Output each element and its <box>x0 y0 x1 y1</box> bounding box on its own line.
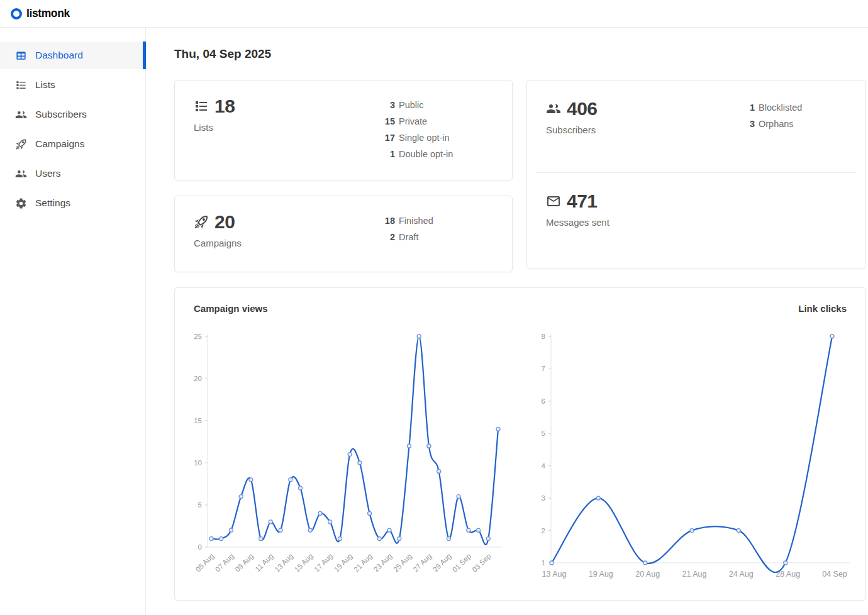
stat-row: 17Single opt-in <box>382 130 453 146</box>
users-icon <box>15 168 27 180</box>
campaign-views-chart: 051015202505 Aug07 Aug09 Aug11 Aug13 Aug… <box>187 314 526 587</box>
svg-text:11 Aug: 11 Aug <box>254 552 275 573</box>
svg-text:20 Aug: 20 Aug <box>635 570 660 579</box>
date-heading: Thu, 04 Sep 2025 <box>174 47 867 61</box>
email-icon <box>546 194 561 209</box>
link-clicks-title: Link clicks <box>798 303 847 314</box>
svg-text:3: 3 <box>542 494 545 502</box>
sidebar-item-label: Subscribers <box>35 109 87 120</box>
campaigns-icon <box>194 214 209 230</box>
sidebar-item-label: Users <box>35 168 60 179</box>
sidebar-item-dashboard[interactable]: Dashboard <box>0 42 145 69</box>
svg-text:19 Aug: 19 Aug <box>333 552 354 573</box>
svg-text:29 Aug: 29 Aug <box>431 552 453 573</box>
campaign-views-title: Campaign views <box>194 303 268 314</box>
dashboard-icon <box>15 50 27 62</box>
subscribers-messages-card: 406 Subscribers 1Blocklisted 3Orphans 47… <box>526 80 866 269</box>
sidebar-item-settings[interactable]: Settings <box>0 189 145 217</box>
settings-icon <box>15 197 27 209</box>
sidebar-item-subscribers[interactable]: Subscribers <box>0 101 145 128</box>
sidebar-item-label: Dashboard <box>35 50 83 61</box>
campaigns-label: Campaigns <box>194 238 493 248</box>
svg-text:8: 8 <box>542 333 545 340</box>
svg-text:10: 10 <box>194 459 202 467</box>
svg-text:07 Aug: 07 Aug <box>214 552 235 573</box>
subscribers-icon <box>546 101 561 116</box>
stat-row: 3Orphans <box>742 116 802 132</box>
sidebar-item-label: Settings <box>35 197 70 209</box>
sidebar-item-users[interactable]: Users <box>0 160 145 187</box>
sidebar-item-label: Campaigns <box>35 138 84 150</box>
svg-text:20: 20 <box>194 375 202 382</box>
svg-text:01 Sep: 01 Sep <box>451 552 472 573</box>
svg-text:5: 5 <box>198 501 202 509</box>
subscribers-icon <box>15 109 27 121</box>
sidebar: Dashboard Lists Subscribers Campaigns Us… <box>0 28 146 615</box>
logo-text: listmonk <box>26 7 70 20</box>
stat-row: 2Draft <box>382 229 433 245</box>
svg-text:09 Aug: 09 Aug <box>233 552 255 573</box>
stat-row: 1Blocklisted <box>742 99 802 116</box>
messages-section: 471 Messages sent <box>527 173 865 268</box>
svg-text:15: 15 <box>194 417 202 424</box>
svg-text:27 Aug: 27 Aug <box>412 552 433 573</box>
lists-breakdown: 3Public 15Private 17Single opt-in 1Doubl… <box>382 97 453 162</box>
stat-row: 3Public <box>382 97 453 113</box>
lists-icon <box>15 79 27 91</box>
svg-text:25: 25 <box>194 333 202 340</box>
campaigns-icon <box>15 138 27 150</box>
svg-text:04 Sep: 04 Sep <box>822 570 847 579</box>
campaigns-card: 20 Campaigns 18Finished 2Draft <box>174 196 513 272</box>
stat-row: 15Private <box>382 113 453 130</box>
svg-text:13 Aug: 13 Aug <box>542 570 567 579</box>
svg-text:7: 7 <box>542 365 545 372</box>
svg-text:2: 2 <box>542 527 545 535</box>
svg-text:19 Aug: 19 Aug <box>589 570 613 579</box>
messages-label: Messages sent <box>546 217 847 228</box>
svg-text:0: 0 <box>198 543 202 551</box>
sidebar-item-label: Lists <box>35 79 55 91</box>
messages-count: 471 <box>567 192 598 211</box>
sidebar-item-campaigns[interactable]: Campaigns <box>0 130 145 158</box>
stat-row: 1Double opt-in <box>382 146 453 162</box>
stats-grid: 18 Lists 3Public 15Private 17Single opt-… <box>174 80 867 272</box>
lists-count: 18 <box>214 97 235 116</box>
subscribers-section: 406 Subscribers 1Blocklisted 3Orphans <box>527 80 865 172</box>
svg-text:6: 6 <box>542 397 545 405</box>
app-header: listmonk <box>0 0 868 28</box>
svg-text:21 Aug: 21 Aug <box>352 552 374 573</box>
svg-text:17 Aug: 17 Aug <box>313 552 334 573</box>
svg-text:13 Aug: 13 Aug <box>273 552 294 573</box>
main-content: Thu, 04 Sep 2025 18 Lists 3Public 15Priv… <box>146 28 868 615</box>
svg-text:1: 1 <box>542 559 545 567</box>
svg-text:25 Aug: 25 Aug <box>392 552 413 573</box>
stat-row: 18Finished <box>382 213 433 229</box>
svg-text:03 Sep: 03 Sep <box>470 552 492 573</box>
svg-text:21 Aug: 21 Aug <box>682 570 707 579</box>
svg-text:24 Aug: 24 Aug <box>729 570 754 579</box>
campaigns-count: 20 <box>214 213 235 231</box>
svg-text:15 Aug: 15 Aug <box>293 552 314 573</box>
lists-card: 18 Lists 3Public 15Private 17Single opt-… <box>174 80 513 180</box>
svg-text:05 Aug: 05 Aug <box>194 552 216 573</box>
svg-text:4: 4 <box>542 462 546 470</box>
subscribers-count: 406 <box>567 99 598 118</box>
logo[interactable]: listmonk <box>11 7 70 20</box>
campaigns-breakdown: 18Finished 2Draft <box>382 213 433 245</box>
lists-icon <box>194 99 209 114</box>
subscribers-breakdown: 1Blocklisted 3Orphans <box>742 99 802 132</box>
listmonk-logo-icon <box>11 8 22 19</box>
charts-card: Campaign views Link clicks 051015202505 … <box>174 287 866 601</box>
link-clicks-chart: 1234567813 Aug19 Aug20 Aug21 Aug24 Aug28… <box>526 314 853 587</box>
sidebar-item-lists[interactable]: Lists <box>0 71 145 99</box>
svg-text:5: 5 <box>542 429 545 437</box>
svg-text:23 Aug: 23 Aug <box>372 552 394 573</box>
